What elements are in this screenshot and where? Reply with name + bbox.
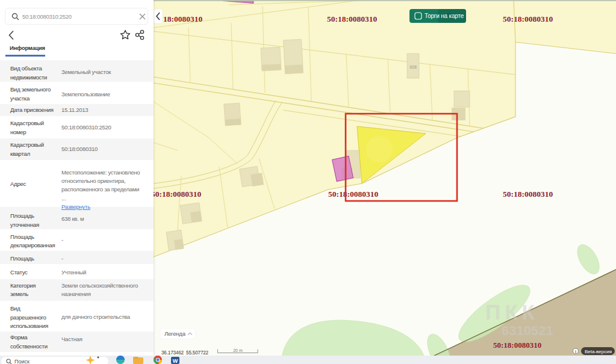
svg-text:50:18:0080310: 50:18:0080310 [151,190,201,199]
svg-text:Beta-версия: Beta-версия [585,349,612,354]
svg-text:6310521: 6310521 [502,323,553,338]
svg-text:50:18:0080310: 50:18:0080310 [493,341,541,350]
svg-text:50:18:0080310: 50:18:0080310 [328,190,378,199]
svg-text:928: 928 [409,65,417,69]
svg-text:50:18:0080310: 50:18:0080310 [503,190,553,199]
svg-text:50:18:0080310: 50:18:0080310 [327,14,377,23]
svg-text:20 m: 20 m [233,348,243,353]
svg-text:36.173462 55.507722: 36.173462 55.507722 [161,350,209,356]
svg-text:ПКК: ПКК [485,300,539,324]
svg-text:i: i [575,350,576,354]
svg-text:50:18:0080310: 50:18:0080310 [503,14,553,23]
svg-text:W: W [173,358,178,364]
svg-text:Торги на карте: Торги на карте [425,13,464,19]
svg-text:Легенда: Легенда [164,330,186,337]
